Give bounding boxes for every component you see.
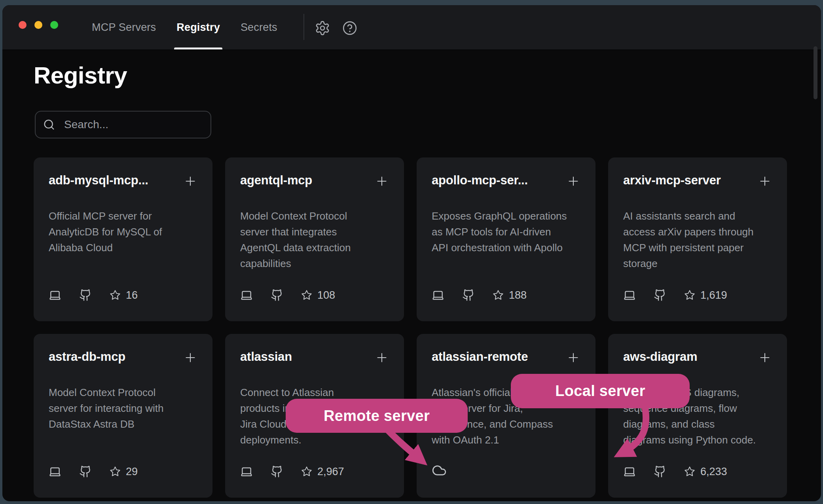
laptop-icon <box>240 289 253 301</box>
annotation-local-server: Local server <box>511 374 690 408</box>
cloud-icon <box>432 463 447 478</box>
star-count: 2,967 <box>317 466 344 478</box>
stars: 2,967 <box>301 466 344 478</box>
app-window: MCP Servers Registry Secrets Registry ad… <box>2 5 821 501</box>
add-server-button[interactable] <box>183 174 197 188</box>
star-count: 6,233 <box>700 466 727 478</box>
star-count: 1,619 <box>700 289 727 301</box>
server-name: adb-mysql-mcp... <box>49 173 148 188</box>
server-name: agentql-mcp <box>240 173 312 188</box>
server-card-arxiv: arxiv-mcp-server AI assistants search an… <box>608 157 787 321</box>
star-icon <box>493 290 504 301</box>
minimize-button[interactable] <box>34 21 42 29</box>
search-box <box>35 111 211 138</box>
server-card-adb-mysql: adb-mysql-mcp... Official MCP server for… <box>34 157 212 321</box>
github-icon <box>79 465 92 478</box>
add-server-button[interactable] <box>758 351 772 365</box>
annotation-remote-server: Remote server <box>286 399 468 433</box>
settings-gear-icon[interactable] <box>315 20 330 36</box>
server-name: aws-diagram <box>623 350 697 364</box>
github-icon <box>462 289 475 301</box>
stars: 6,233 <box>684 466 727 478</box>
star-icon <box>684 466 695 477</box>
laptop-icon <box>240 465 253 478</box>
star-icon <box>110 466 121 477</box>
tab-mcp-servers[interactable]: MCP Servers <box>92 5 156 49</box>
github-icon <box>654 289 666 301</box>
stars: 188 <box>493 289 527 301</box>
server-description: Exposes GraphQL operations as MCP tools … <box>432 208 580 256</box>
zoom-button[interactable] <box>50 21 58 29</box>
add-server-button[interactable] <box>566 351 580 365</box>
page-title: Registry <box>34 62 127 89</box>
titlebar: MCP Servers Registry Secrets <box>2 5 821 50</box>
add-server-button[interactable] <box>758 174 772 188</box>
star-icon <box>301 466 312 477</box>
star-count: 188 <box>509 289 527 301</box>
server-description: Official MCP server for AnalyticDB for M… <box>49 208 197 256</box>
add-server-button[interactable] <box>183 351 197 365</box>
server-card-apollo: apollo-mcp-ser... Exposes GraphQL operat… <box>417 157 595 321</box>
laptop-icon <box>623 289 636 301</box>
server-card-grid: adb-mysql-mcp... Official MCP server for… <box>34 157 787 498</box>
traffic-lights <box>19 21 58 29</box>
vertical-scrollbar-thumb[interactable] <box>814 46 817 99</box>
github-icon <box>79 289 92 301</box>
server-name: atlassian <box>240 350 292 364</box>
stars: 1,619 <box>684 289 727 301</box>
server-card-astra-db: astra-db-mcp Model Context Protocol serv… <box>34 334 212 498</box>
tab-registry[interactable]: Registry <box>176 5 220 49</box>
stars: 16 <box>110 289 138 301</box>
add-server-button[interactable] <box>375 174 389 188</box>
server-description: Model Context Protocol server for intera… <box>49 385 197 432</box>
server-name: astra-db-mcp <box>49 350 125 364</box>
star-icon <box>684 290 695 301</box>
laptop-icon <box>432 289 444 301</box>
laptop-icon <box>49 465 61 478</box>
tab-secrets[interactable]: Secrets <box>241 5 277 49</box>
add-server-button[interactable] <box>375 351 389 365</box>
server-name: atlassian-remote <box>432 350 528 364</box>
laptop-icon <box>623 465 636 478</box>
stars: 29 <box>110 466 138 478</box>
github-icon <box>654 465 666 478</box>
github-icon <box>271 289 283 301</box>
nav-tabs: MCP Servers Registry Secrets <box>92 5 277 49</box>
star-count: 108 <box>317 289 335 301</box>
server-name: arxiv-mcp-server <box>623 173 721 188</box>
server-card-aws-diagram: aws-diagram Generate AWS diagrams, seque… <box>608 334 787 498</box>
toolbar-divider <box>303 14 304 40</box>
add-server-button[interactable] <box>566 174 580 188</box>
laptop-icon <box>49 289 61 301</box>
search-icon <box>43 118 55 131</box>
star-icon <box>301 290 312 301</box>
stars: 108 <box>301 289 335 301</box>
star-count: 16 <box>126 289 138 301</box>
star-icon <box>110 290 121 301</box>
server-description: AI assistants search and access arXiv pa… <box>623 208 772 271</box>
github-icon <box>271 465 283 478</box>
help-circle-icon[interactable] <box>342 20 358 36</box>
server-description: Model Context Protocol server that integ… <box>240 208 389 271</box>
server-name: apollo-mcp-ser... <box>432 173 528 188</box>
star-count: 29 <box>126 466 138 478</box>
search-input[interactable] <box>64 118 207 131</box>
server-card-agentql: agentql-mcp Model Context Protocol serve… <box>225 157 404 321</box>
close-button[interactable] <box>19 21 27 29</box>
